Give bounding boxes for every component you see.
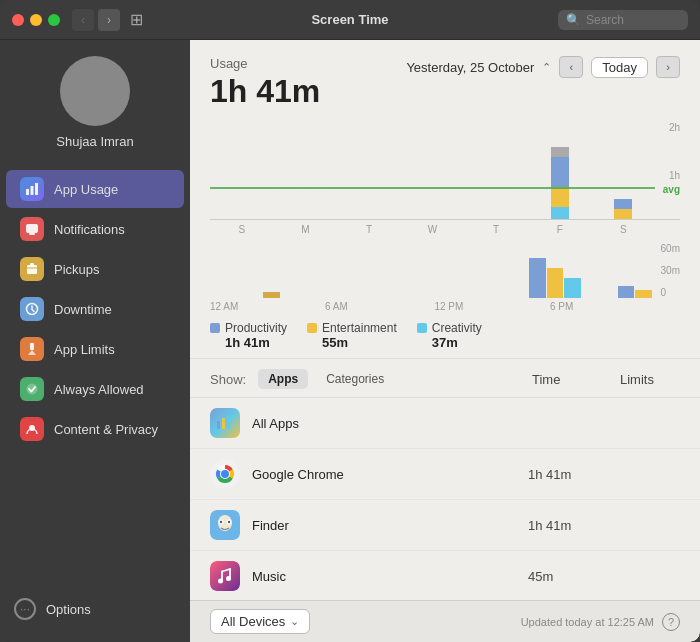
- hour-labels: 12 AM 6 AM 12 PM 6 PM: [210, 301, 680, 312]
- avg-line: [210, 187, 655, 189]
- table-row[interactable]: Google Chrome 1h 41m: [190, 449, 700, 500]
- col-limits-header: Limits: [620, 372, 680, 387]
- day-label-t2: T: [464, 224, 528, 235]
- svg-rect-3: [26, 224, 38, 233]
- svg-rect-13: [227, 415, 230, 429]
- sidebar-item-downtime[interactable]: Downtime: [6, 290, 184, 328]
- svg-point-23: [228, 521, 230, 523]
- hour-label-12pm: 12 PM: [434, 301, 463, 312]
- daily-bars: [210, 243, 680, 298]
- app-icon-music: [210, 561, 240, 591]
- window-title: Screen Time: [311, 12, 388, 27]
- all-devices-select[interactable]: All Devices ⌄: [210, 609, 310, 634]
- legend-top-creativity: Creativity: [417, 321, 482, 335]
- app-time-chrome: 1h 41m: [528, 467, 608, 482]
- bar-f: [551, 147, 569, 219]
- apps-button[interactable]: Apps: [258, 369, 308, 389]
- sidebar-item-label: Pickups: [54, 262, 100, 277]
- avatar: [60, 56, 130, 126]
- sidebar-item-label: App Usage: [54, 182, 118, 197]
- nav-arrows: ‹ ›: [72, 9, 120, 31]
- svg-rect-4: [29, 233, 35, 235]
- forward-button[interactable]: ›: [98, 9, 120, 31]
- legend-value-creativity: 37m: [432, 335, 482, 350]
- table-row[interactable]: All Apps: [190, 398, 700, 449]
- content-area: Usage 1h 41m Yesterday, 25 October ⌃ ‹ T…: [190, 40, 700, 642]
- hour-label-6pm: 6 PM: [550, 301, 573, 312]
- y-axis-weekly: 2h 1h: [669, 120, 680, 219]
- updated-text: Updated today at 12:25 AM: [521, 616, 654, 628]
- sidebar-item-always-allowed[interactable]: Always Allowed: [6, 370, 184, 408]
- avg-label: avg: [663, 184, 680, 195]
- sidebar-item-pickups[interactable]: Pickups: [6, 250, 184, 288]
- bottom-bar: All Devices ⌄ Updated today at 12:25 AM …: [190, 600, 700, 642]
- legend: Productivity 1h 41m Entertainment 55m Cr…: [190, 313, 700, 359]
- pickups-icon: [20, 257, 44, 281]
- categories-button[interactable]: Categories: [316, 369, 394, 389]
- y-daily-60m: 60m: [661, 243, 680, 254]
- legend-value-productivity: 1h 41m: [225, 335, 287, 350]
- sidebar-item-label: Downtime: [54, 302, 112, 317]
- svg-rect-8: [30, 343, 34, 350]
- app-list: All Apps: [190, 398, 700, 600]
- hour-label-6am: 6 AM: [325, 301, 348, 312]
- show-bar: Show: Apps Categories Time Limits: [190, 359, 700, 398]
- table-row[interactable]: Music 45m: [190, 551, 700, 600]
- y-label-2h: 2h: [669, 122, 680, 133]
- legend-creativity: Creativity 37m: [417, 321, 482, 350]
- search-input[interactable]: [586, 13, 680, 27]
- day-label-m: M: [274, 224, 338, 235]
- prev-day-button[interactable]: ‹: [559, 56, 583, 78]
- app-icon-all-apps: [210, 408, 240, 438]
- minimize-button[interactable]: [30, 14, 42, 26]
- svg-rect-12: [222, 418, 225, 429]
- maximize-button[interactable]: [48, 14, 60, 26]
- back-button[interactable]: ‹: [72, 9, 94, 31]
- sidebar-item-notifications[interactable]: Notifications: [6, 210, 184, 248]
- app-usage-icon: [20, 177, 44, 201]
- legend-top-entertainment: Entertainment: [307, 321, 397, 335]
- grid-icon[interactable]: ⊞: [130, 10, 143, 29]
- show-label: Show:: [210, 372, 246, 387]
- today-button[interactable]: Today: [591, 57, 648, 78]
- legend-value-entertainment: 55m: [322, 335, 397, 350]
- main-layout: Shujaa Imran App Usage: [0, 40, 700, 642]
- sidebar: Shujaa Imran App Usage: [0, 40, 190, 642]
- legend-dot-productivity: [210, 323, 220, 333]
- all-devices-label: All Devices: [221, 614, 285, 629]
- downtime-icon: [20, 297, 44, 321]
- svg-rect-0: [26, 189, 29, 195]
- y-daily-0: 0: [661, 287, 680, 298]
- options-item[interactable]: ··· Options: [14, 592, 176, 626]
- close-button[interactable]: [12, 14, 24, 26]
- sidebar-item-label: Content & Privacy: [54, 422, 158, 437]
- bar-s2: [614, 199, 632, 219]
- day-label-f: F: [528, 224, 592, 235]
- app-time-music: 45m: [528, 569, 608, 584]
- search-box[interactable]: 🔍: [558, 10, 688, 30]
- sidebar-item-label: Always Allowed: [54, 382, 144, 397]
- svg-rect-2: [35, 183, 38, 195]
- day-label-s2: S: [591, 224, 655, 235]
- legend-productivity: Productivity 1h 41m: [210, 321, 287, 350]
- search-icon: 🔍: [566, 13, 581, 27]
- legend-dot-entertainment: [307, 323, 317, 333]
- hour-label-12am: 12 AM: [210, 301, 238, 312]
- help-button[interactable]: ?: [662, 613, 680, 631]
- y-daily-30m: 30m: [661, 265, 680, 276]
- weekly-chart: 2h 1h: [210, 120, 680, 220]
- day-label-w: W: [401, 224, 465, 235]
- legend-name-productivity: Productivity: [225, 321, 287, 335]
- profile-name: Shujaa Imran: [56, 134, 133, 149]
- content-privacy-icon: [20, 417, 44, 441]
- usage-right: Yesterday, 25 October ⌃ ‹ Today ›: [406, 56, 680, 78]
- always-allowed-icon: [20, 377, 44, 401]
- app-name-chrome: Google Chrome: [252, 467, 516, 482]
- table-row[interactable]: Finder 1h 41m: [190, 500, 700, 551]
- sidebar-item-content-privacy[interactable]: Content & Privacy: [6, 410, 184, 448]
- legend-dot-creativity: [417, 323, 427, 333]
- next-day-button[interactable]: ›: [656, 56, 680, 78]
- day-labels: S M T W T F S: [210, 224, 680, 235]
- sidebar-item-app-usage[interactable]: App Usage: [6, 170, 184, 208]
- sidebar-item-app-limits[interactable]: App Limits: [6, 330, 184, 368]
